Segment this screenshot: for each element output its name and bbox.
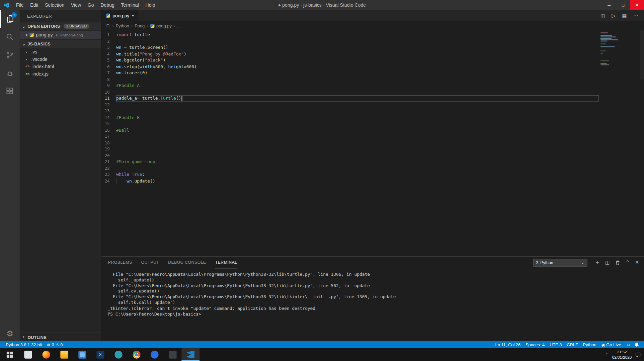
new-terminal-icon[interactable]: ＋	[595, 259, 600, 266]
debug-icon[interactable]	[0, 64, 20, 82]
explorer-icon[interactable]: 1	[0, 10, 20, 28]
code-line-7[interactable]: 7wn.tracer(0)	[101, 70, 644, 76]
file-tree-item-index-js[interactable]: JSindex.js	[20, 70, 101, 78]
code-line-23[interactable]: 23while True:	[101, 171, 644, 178]
open-editor-item[interactable]: ●pong.pyF:\Python\Pong	[20, 31, 101, 39]
code-line-22[interactable]: 22	[101, 165, 644, 171]
code-line-10[interactable]: 10	[101, 89, 644, 95]
tab-pong-py[interactable]: pong.py ●	[101, 10, 139, 21]
panel-tab-terminal[interactable]: TERMINAL	[215, 257, 237, 268]
code-line-12[interactable]: 12	[101, 102, 644, 108]
line-number[interactable]: 8	[101, 76, 116, 83]
editor-scrollbar[interactable]	[640, 30, 644, 80]
show-hidden-icons-chevron[interactable]: ⌃	[606, 353, 609, 357]
line-number[interactable]: 1	[101, 31, 116, 38]
breadcrumb-item[interactable]: ...	[177, 23, 181, 28]
code-line-20[interactable]: 20	[101, 152, 644, 159]
menu-terminal[interactable]: Terminal	[118, 0, 142, 10]
line-number[interactable]: 3	[101, 44, 116, 51]
breadcrumb-item[interactable]: pong.py	[156, 23, 172, 28]
menu-help[interactable]: Help	[142, 0, 159, 10]
status-encoding[interactable]: UTF-8	[547, 342, 564, 347]
code-line-14[interactable]: 14#Paddle B	[101, 114, 644, 121]
split-terminal-icon[interactable]: ◫	[605, 260, 610, 265]
start-button[interactable]	[0, 348, 19, 361]
line-number[interactable]: 16	[101, 127, 116, 133]
code-line-19[interactable]: 19	[101, 146, 644, 152]
taskbar-app-app-blue[interactable]	[145, 348, 163, 361]
more-actions-icon[interactable]: ⋯	[633, 13, 638, 18]
line-number[interactable]: 2	[101, 38, 116, 44]
panel-tab-problems[interactable]: PROBLEMS	[108, 257, 132, 268]
taskbar-app-app-navy[interactable]	[91, 348, 109, 361]
line-number[interactable]: 10	[101, 89, 116, 95]
line-number[interactable]: 22	[101, 165, 116, 171]
code-line-16[interactable]: 16#Ball	[101, 127, 644, 133]
extensions-icon[interactable]	[0, 82, 20, 100]
line-number[interactable]: 7	[101, 70, 116, 76]
line-number[interactable]: 9	[101, 83, 116, 89]
notifications-bell-icon[interactable]	[633, 342, 641, 347]
taskbar-app-photos[interactable]	[73, 348, 91, 361]
menu-debug[interactable]: Debug	[97, 0, 117, 10]
maximize-button[interactable]: □	[616, 0, 630, 10]
line-number[interactable]: 6	[101, 64, 116, 70]
line-number[interactable]: 12	[101, 102, 116, 108]
menu-edit[interactable]: Edit	[27, 0, 42, 10]
settings-gear-icon[interactable]: ⚙	[6, 330, 13, 338]
status-cursor-position[interactable]: Ln 11, Col 26	[493, 342, 523, 347]
taskbar-app-chrome[interactable]	[127, 348, 145, 361]
line-number[interactable]: 11	[101, 95, 116, 102]
panel-tab-debug-console[interactable]: DEBUG CONSOLE	[168, 257, 206, 268]
code-line-1[interactable]: 1import turtle	[101, 31, 644, 38]
search-icon[interactable]	[0, 28, 20, 46]
code-line-5[interactable]: 5wn.bgcolor("black")	[101, 57, 644, 64]
source-control-icon[interactable]	[0, 46, 20, 64]
file-tree-item-vscode[interactable]: ›.vscode	[20, 55, 101, 63]
file-tree-item-vs[interactable]: ›.vs	[20, 48, 101, 55]
breadcrumb-item[interactable]: F:	[106, 23, 110, 28]
taskbar-app-app-light[interactable]	[19, 348, 37, 361]
line-number[interactable]: 5	[101, 57, 116, 64]
terminal-output[interactable]: File "C:\Users\Pedro\AppData\Local\Progr…	[101, 268, 644, 341]
line-number[interactable]: 19	[101, 146, 116, 152]
status-go-live[interactable]: ◉ Go Live	[599, 342, 624, 347]
code-line-8[interactable]: 8	[101, 76, 644, 83]
line-number[interactable]: 18	[101, 140, 116, 146]
code-line-17[interactable]: 17	[101, 133, 644, 140]
line-number[interactable]: 13	[101, 108, 116, 114]
code-line-24[interactable]: 24 wn.update()	[101, 178, 644, 184]
taskbar-app-app-teal[interactable]	[109, 348, 127, 361]
status-python-version[interactable]: Python 3.8.1 32-bit	[3, 342, 45, 347]
breadcrumb-item[interactable]: Pong	[135, 23, 145, 28]
line-number[interactable]: 21	[101, 159, 116, 165]
kill-terminal-icon[interactable]	[615, 260, 620, 265]
line-number[interactable]: 14	[101, 114, 116, 121]
code-line-13[interactable]: 13	[101, 108, 644, 114]
code-line-6[interactable]: 6wn.setup(width=800, height=600)	[101, 64, 644, 70]
split-editor-icon[interactable]: ◫	[600, 13, 605, 18]
taskbar-app-browser-orange[interactable]	[37, 348, 55, 361]
run-icon[interactable]: ▷	[612, 13, 616, 18]
line-number[interactable]: 23	[101, 171, 116, 178]
code-editor[interactable]: 1import turtle23wn = turtle.Screen()4wn.…	[101, 30, 644, 256]
menu-file[interactable]: File	[13, 0, 27, 10]
close-panel-icon[interactable]: ✕	[635, 260, 639, 265]
close-button[interactable]: ✕	[630, 0, 644, 10]
code-line-15[interactable]: 15	[101, 121, 644, 127]
taskbar-app-file-explorer[interactable]	[55, 348, 73, 361]
line-number[interactable]: 20	[101, 152, 116, 159]
taskbar-app-vscode[interactable]	[181, 348, 199, 361]
workspace-section-header[interactable]: ⌄ JS-BASICS	[20, 40, 101, 48]
code-line-3[interactable]: 3wn = turtle.Screen()	[101, 44, 644, 51]
code-line-18[interactable]: 18	[101, 140, 644, 146]
file-tree-item-index-html[interactable]: <>index.html	[20, 63, 101, 70]
outline-section-header[interactable]: › OUTLINE	[20, 333, 101, 341]
menu-view[interactable]: View	[68, 0, 84, 10]
line-number[interactable]: 4	[101, 51, 116, 57]
code-line-2[interactable]: 2	[101, 38, 644, 44]
open-editors-section-header[interactable]: ⌄ OPEN EDITORS 1 UNSAVED	[20, 22, 101, 30]
code-line-11[interactable]: 11paddle_a= turtle.Turtle()	[101, 95, 644, 102]
maximize-panel-icon[interactable]: ⌃	[626, 260, 630, 265]
action-center-icon[interactable]	[635, 352, 641, 357]
